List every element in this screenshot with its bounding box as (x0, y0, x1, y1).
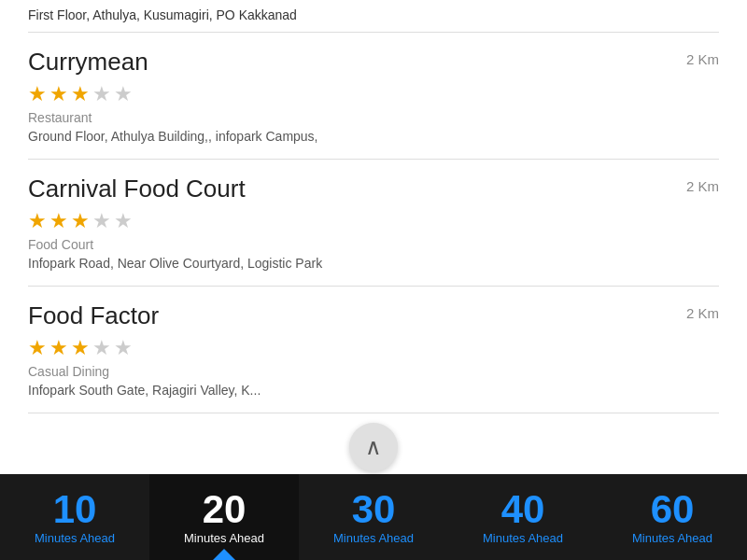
time-number: 30 (352, 490, 396, 529)
star-empty: ★ (114, 336, 133, 360)
star-filled: ★ (71, 209, 90, 233)
star-filled: ★ (49, 209, 68, 233)
restaurant-distance: 2 Km (686, 51, 719, 67)
star-filled: ★ (49, 82, 68, 106)
star-empty: ★ (92, 82, 111, 106)
restaurant-item[interactable]: Food Factor★★★★★Casual DiningInfopark So… (28, 287, 719, 413)
time-number: 60 (651, 490, 695, 529)
star-empty: ★ (114, 82, 133, 106)
time-tab-60[interactable]: 60Minutes Ahead (598, 474, 747, 560)
time-tab-10[interactable]: 10Minutes Ahead (0, 474, 149, 560)
time-tab-20[interactable]: 20Minutes Ahead (149, 474, 299, 560)
time-number: 40 (501, 490, 545, 529)
time-tab-40[interactable]: 40Minutes Ahead (448, 474, 598, 560)
time-label: Minutes Ahead (184, 531, 264, 545)
restaurant-item[interactable]: Currymean★★★★★RestaurantGround Floor, At… (28, 33, 719, 160)
restaurant-name: Food Factor (28, 301, 719, 330)
restaurant-address: Infopark South Gate, Rajagiri Valley, K.… (28, 383, 719, 398)
star-filled: ★ (28, 336, 47, 360)
restaurant-address: Ground Floor, Athulya Building,, infopar… (28, 129, 719, 144)
stars: ★★★★★ (28, 209, 719, 233)
star-empty: ★ (92, 336, 111, 360)
time-number: 20 (203, 490, 247, 529)
restaurant-address: Infopark Road, Near Olive Courtyard, Log… (28, 256, 719, 271)
star-filled: ★ (71, 336, 90, 360)
time-label: Minutes Ahead (632, 531, 712, 545)
restaurant-name: Carnival Food Court (28, 175, 719, 203)
scroll-up-button[interactable] (349, 423, 398, 471)
star-filled: ★ (49, 336, 68, 360)
star-empty: ★ (92, 209, 111, 233)
time-label: Minutes Ahead (35, 531, 115, 545)
star-empty: ★ (114, 209, 133, 233)
restaurant-item[interactable]: Carnival Food Court★★★★★Food CourtInfopa… (28, 160, 719, 287)
time-label: Minutes Ahead (333, 531, 414, 545)
time-tab-30[interactable]: 30Minutes Ahead (299, 474, 448, 560)
star-filled: ★ (71, 82, 90, 106)
restaurant-type: Food Court (28, 237, 719, 252)
time-label: Minutes Ahead (483, 531, 563, 545)
restaurant-distance: 2 Km (686, 178, 719, 194)
time-number: 10 (53, 490, 97, 529)
restaurant-type: Casual Dining (28, 364, 719, 379)
stars: ★★★★★ (28, 82, 719, 106)
restaurant-type: Restaurant (28, 110, 719, 125)
star-filled: ★ (28, 82, 47, 106)
star-filled: ★ (28, 209, 47, 233)
stars: ★★★★★ (28, 336, 719, 360)
restaurant-distance: 2 Km (686, 305, 719, 321)
content-area: First Floor, Athulya, Kusumagiri, PO Kak… (0, 0, 747, 474)
top-address: First Floor, Athulya, Kusumagiri, PO Kak… (28, 0, 719, 33)
restaurant-name: Currymean (28, 48, 719, 77)
bottom-bar: 10Minutes Ahead20Minutes Ahead30Minutes … (0, 474, 747, 560)
